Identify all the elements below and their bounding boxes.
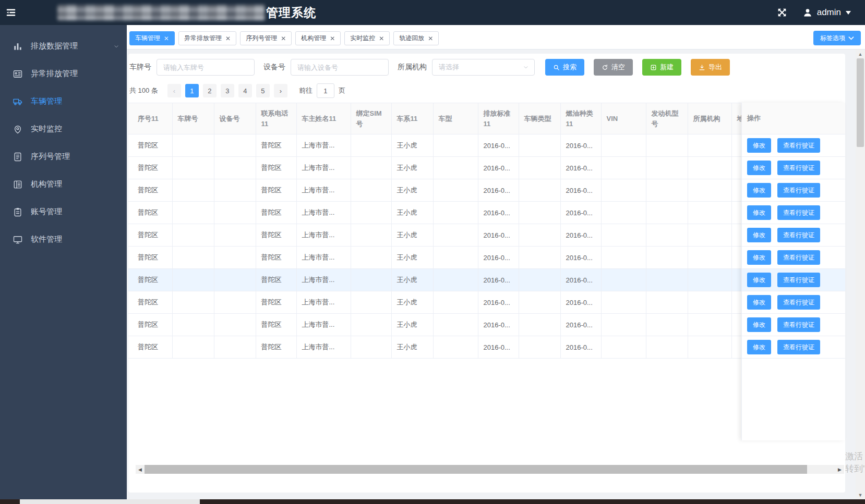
page-button-2[interactable]: 2 bbox=[203, 84, 217, 97]
action-cell: 修改查看行驶证 bbox=[742, 291, 845, 314]
edit-button[interactable]: 修改 bbox=[747, 273, 771, 287]
tab-close-icon[interactable]: ✕ bbox=[281, 35, 286, 42]
horizontal-scrollbar[interactable]: ◀ ▶ bbox=[136, 465, 844, 474]
table-cell bbox=[646, 202, 688, 224]
table-cell bbox=[433, 224, 478, 247]
sidebar-toggle-icon[interactable] bbox=[2, 0, 20, 25]
table-cell bbox=[351, 202, 391, 224]
table-cell: 2016-0... bbox=[478, 314, 519, 336]
user-icon bbox=[802, 7, 813, 18]
tag-options-label: 标签选项 bbox=[820, 34, 845, 43]
page-button-4[interactable]: 4 bbox=[238, 84, 252, 97]
sidebar-item-6[interactable]: 账号管理 bbox=[0, 198, 127, 226]
page-button-3[interactable]: 3 bbox=[221, 84, 234, 97]
sidebar-item-label: 软件管理 bbox=[31, 235, 62, 244]
view-license-button[interactable]: 查看行驶证 bbox=[777, 161, 820, 175]
tab-3[interactable]: 机构管理 ✕ bbox=[295, 31, 341, 45]
sidebar-item-label: 车辆管理 bbox=[31, 96, 62, 106]
view-license-button[interactable]: 查看行驶证 bbox=[777, 250, 820, 265]
card-icon bbox=[13, 69, 23, 79]
table-cell bbox=[519, 269, 560, 291]
edit-button[interactable]: 修改 bbox=[747, 295, 771, 310]
table-cell bbox=[433, 157, 478, 179]
toolbar-button-3[interactable]: 导出 bbox=[691, 59, 730, 76]
sidebar-item-3[interactable]: 实时监控 bbox=[0, 115, 127, 143]
org-select[interactable]: 请选择 bbox=[432, 59, 535, 76]
tab-close-icon[interactable]: ✕ bbox=[379, 35, 384, 42]
column-header-12: 发动机型号 bbox=[646, 103, 688, 134]
scroll-up-arrow-icon[interactable]: ▲ bbox=[856, 50, 865, 58]
edit-button[interactable]: 修改 bbox=[747, 228, 771, 242]
edit-button[interactable]: 修改 bbox=[747, 340, 771, 354]
tab-label: 实时监控 bbox=[350, 34, 375, 43]
sidebar-item-1[interactable]: 异常排放管理 bbox=[0, 60, 127, 88]
tab-close-icon[interactable]: ✕ bbox=[225, 35, 231, 42]
view-license-button[interactable]: 查看行驶证 bbox=[777, 205, 820, 220]
sidebar-item-5[interactable]: 机构管理 bbox=[0, 170, 127, 198]
view-license-button[interactable]: 查看行驶证 bbox=[777, 340, 820, 354]
edit-button[interactable]: 修改 bbox=[747, 183, 771, 198]
next-page-button[interactable]: › bbox=[274, 84, 287, 97]
view-license-button[interactable]: 查看行驶证 bbox=[777, 295, 820, 310]
filter-label-2: 所属机构 bbox=[398, 63, 427, 72]
edit-button[interactable]: 修改 bbox=[747, 317, 771, 332]
table-cell: 2016-0... bbox=[560, 224, 601, 247]
column-header-5: 绑定SIM号 bbox=[351, 103, 391, 134]
table-cell bbox=[601, 247, 646, 269]
goto-page-input[interactable] bbox=[317, 83, 334, 98]
table-cell: 王小虎 bbox=[391, 179, 433, 202]
table-row: 普陀区普陀区上海市普...王小虎2016-0...2016-0... bbox=[128, 134, 741, 157]
scroll-left-arrow-icon[interactable]: ◀ bbox=[136, 465, 145, 474]
tab-2[interactable]: 序列号管理 ✕ bbox=[240, 31, 292, 45]
view-license-button[interactable]: 查看行驶证 bbox=[777, 183, 820, 198]
view-license-button[interactable]: 查看行驶证 bbox=[777, 273, 820, 287]
edit-button[interactable]: 修改 bbox=[747, 250, 771, 265]
tab-close-icon[interactable]: ✕ bbox=[330, 35, 335, 42]
tab-0[interactable]: 车辆管理 ✕ bbox=[129, 31, 175, 45]
toolbar-button-1[interactable]: 清空 bbox=[594, 59, 633, 76]
tab-close-icon[interactable]: ✕ bbox=[164, 35, 169, 42]
scroll-right-arrow-icon[interactable]: ▶ bbox=[835, 465, 844, 474]
tab-4[interactable]: 实时监控 ✕ bbox=[344, 31, 390, 45]
tab-1[interactable]: 异常排放管理 ✕ bbox=[178, 31, 236, 45]
edit-button[interactable]: 修改 bbox=[747, 205, 771, 220]
toolbar-button-2[interactable]: 新建 bbox=[642, 59, 681, 76]
view-license-button[interactable]: 查看行驶证 bbox=[777, 228, 820, 242]
sidebar-item-2[interactable]: 车辆管理 bbox=[0, 88, 127, 115]
table-cell bbox=[731, 291, 741, 314]
table-cell bbox=[172, 291, 214, 314]
tag-options-button[interactable]: 标签选项 bbox=[813, 31, 861, 45]
user-menu[interactable]: admin bbox=[802, 7, 851, 18]
edit-button[interactable]: 修改 bbox=[747, 161, 771, 175]
vertical-scrollbar[interactable]: ▲ ▼ bbox=[856, 50, 865, 499]
tab-5[interactable]: 轨迹回放 ✕ bbox=[393, 31, 439, 45]
sidebar-item-4[interactable]: 序列号管理 bbox=[0, 143, 127, 170]
action-cell: 修改查看行驶证 bbox=[742, 247, 845, 269]
table-cell bbox=[731, 224, 741, 247]
sidebar-item-7[interactable]: 软件管理 bbox=[0, 226, 127, 253]
table-row: 普陀区普陀区上海市普...王小虎2016-0...2016-0... bbox=[128, 247, 741, 269]
page-button-5[interactable]: 5 bbox=[256, 84, 270, 97]
toolbar-button-0[interactable]: 搜索 bbox=[545, 59, 584, 76]
view-license-button[interactable]: 查看行驶证 bbox=[777, 138, 820, 153]
edit-button[interactable]: 修改 bbox=[747, 138, 771, 153]
filter-input-0[interactable] bbox=[157, 59, 255, 76]
vertical-scrollbar-thumb[interactable] bbox=[857, 58, 864, 147]
table-cell: 王小虎 bbox=[391, 224, 433, 247]
table-row: 普陀区普陀区上海市普...王小虎2016-0...2016-0... bbox=[128, 336, 741, 359]
search-icon bbox=[553, 64, 560, 71]
sidebar-item-0[interactable]: 排放数据管理 bbox=[0, 32, 127, 60]
scroll-down-arrow-icon[interactable]: ▼ bbox=[856, 490, 865, 499]
table-cell bbox=[172, 179, 214, 202]
page-button-1[interactable]: 1 bbox=[185, 84, 199, 97]
table-cell bbox=[601, 291, 646, 314]
tab-close-icon[interactable]: ✕ bbox=[428, 35, 433, 42]
table-cell bbox=[646, 336, 688, 359]
view-license-button[interactable]: 查看行驶证 bbox=[777, 317, 820, 332]
fullscreen-icon[interactable] bbox=[776, 7, 788, 18]
filter-input-1[interactable] bbox=[291, 59, 389, 76]
horizontal-scrollbar-thumb[interactable] bbox=[145, 465, 807, 474]
prev-page-button[interactable]: ‹ bbox=[167, 84, 181, 97]
table-cell bbox=[601, 269, 646, 291]
sidebar-item-label: 排放数据管理 bbox=[31, 41, 78, 51]
